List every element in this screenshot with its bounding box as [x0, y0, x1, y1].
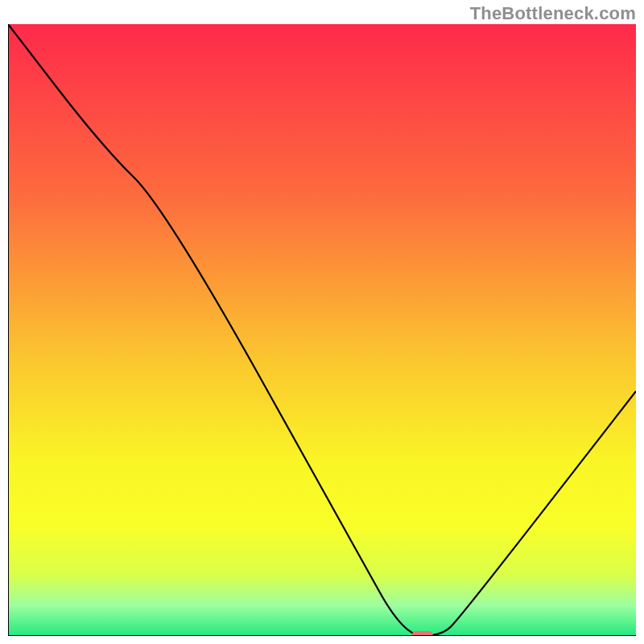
gradient-background — [8, 24, 636, 636]
chart-container: TheBottleneck.com — [0, 0, 644, 644]
watermark-text: TheBottleneck.com — [470, 3, 636, 24]
bottleneck-plot — [8, 24, 636, 636]
